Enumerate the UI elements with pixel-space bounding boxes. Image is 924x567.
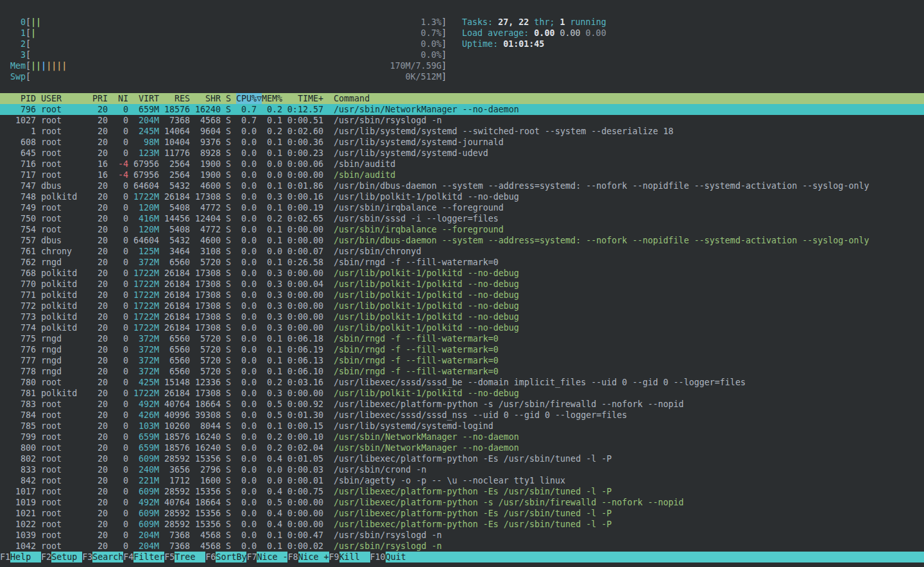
process-row-777[interactable]: 777rngd200372M65605720S0.0 0.10:06.13/sb… (0, 355, 924, 366)
column-header-pri[interactable]: PRI (92, 93, 108, 104)
process-row-778[interactable]: 778rngd200372M65605720S0.0 0.10:06.10/sb… (0, 366, 924, 377)
cell-virt: 659M (133, 432, 159, 442)
cell-command: /usr/libexec/platform-python -s /usr/sbi… (334, 399, 924, 410)
column-header-command[interactable]: Command (334, 93, 924, 104)
process-row-1042[interactable]: 1042root200204M73684568S0.0 0.10:00.02/u… (0, 541, 924, 552)
fnkey-f3[interactable]: F3Search (82, 552, 123, 563)
fnkey-action-f3: Search (92, 552, 123, 563)
cell-time: 0:00.00 (282, 519, 323, 530)
fnkey-f5[interactable]: F5Tree (164, 552, 205, 563)
fnkey-f2[interactable]: F2Setup (41, 552, 82, 563)
process-row-747[interactable]: 747dbus2006460454324600S0.0 0.10:01.86/u… (0, 180, 924, 191)
fnkey-f1[interactable]: F1Help (0, 552, 41, 563)
process-row-773[interactable]: 773polkitd2001722M2618417308S0.0 0.30:00… (0, 311, 924, 322)
process-row-842[interactable]: 842root200221M17121600S0.0 0.00:00.01/sb… (0, 475, 924, 486)
cell-pri: 20 (92, 115, 108, 126)
column-header-shr[interactable]: SHR (195, 93, 221, 104)
fnkey-f9[interactable]: F9Kill (329, 552, 370, 563)
column-header-virt[interactable]: VIRT (133, 93, 159, 104)
cell-user: root (41, 170, 87, 180)
cell-user: root (41, 224, 87, 235)
cell-command: /usr/libexec/sssd/sssd_be --domain impli… (334, 377, 924, 388)
cell-virt: 372M (133, 344, 159, 355)
process-row-775[interactable]: 775rngd200372M65605720S0.0 0.10:06.18/sb… (0, 333, 924, 344)
process-row-645[interactable]: 645root200123M117768928S0.0 0.10:00.23/u… (0, 148, 924, 159)
fnkey-f8[interactable]: F8Nice + (287, 552, 329, 563)
process-row-770[interactable]: 770polkitd2001722M2618417308S0.0 0.30:00… (0, 279, 924, 290)
cell-shr: 15356 (195, 453, 221, 464)
cell-mem: 0.5 (262, 410, 282, 421)
cell-command: /usr/libexec/platform-python -s /usr/sbi… (334, 497, 924, 508)
process-row-802[interactable]: 802root200609M2859215356S0.0 0.40:01.05/… (0, 453, 924, 464)
cell-pid: 785 (0, 421, 36, 432)
process-row-780[interactable]: 780root200425M1514812336S0.0 0.20:03.16/… (0, 377, 924, 388)
process-row-799[interactable]: 799root200659M1857616240S0.0 0.20:00.10/… (0, 432, 924, 442)
process-row-1019[interactable]: 1019root200492M4076418664S0.0 0.50:00.00… (0, 497, 924, 508)
process-row-608[interactable]: 608root20098M104049376S0.0 0.10:00.36/us… (0, 137, 924, 148)
cell-mem: 0.1 (262, 541, 282, 552)
column-header-res[interactable]: RES (164, 93, 190, 104)
process-row-1027[interactable]: 1027root200204M73684568S0.7 0.10:00.51/u… (0, 115, 924, 126)
column-header-s[interactable]: S (226, 93, 231, 104)
cell-command: /usr/bin/dbus-daemon --system --address=… (334, 235, 924, 246)
column-header-mem[interactable]: MEM% (262, 93, 282, 104)
cell-shr: 16240 (195, 104, 221, 115)
process-row-750[interactable]: 750root200416M1445612404S0.0 0.20:02.65/… (0, 213, 924, 224)
process-row-1021[interactable]: 1021root200609M2859215356S0.0 0.40:00.00… (0, 508, 924, 519)
column-header-user[interactable]: USER (41, 93, 87, 104)
cell-gap (257, 159, 262, 170)
load-average-line: Load average: 0.000.000.00 (462, 28, 606, 39)
process-row-762[interactable]: 762rngd200372M65605720S0.0 0.10:26.58/sb… (0, 257, 924, 268)
fnkey-action-f8: Nice + (298, 552, 329, 563)
cell-command: /sbin/rngd -f --fill-watermark=0 (334, 355, 924, 366)
cell-mem: 0.1 (262, 530, 282, 541)
process-row-785[interactable]: 785root200103M102608044S0.0 0.10:00.15/u… (0, 421, 924, 432)
cell-command: /sbin/agetty -o -p -- \u --noclear tty1 … (334, 475, 924, 486)
process-row-781[interactable]: 781polkitd2001722M2618417308S0.0 0.30:00… (0, 388, 924, 399)
process-row-833[interactable]: 833root200240M36562796S0.0 0.00:00.03/us… (0, 464, 924, 475)
fnkey-f10[interactable]: F10Quit (370, 552, 924, 563)
process-row-771[interactable]: 771polkitd2001722M2618417308S0.0 0.30:00… (0, 290, 924, 301)
cell-cpu: 0.0 (236, 180, 257, 191)
cell-shr: 1900 (195, 159, 221, 170)
cell-res: 26184 (164, 311, 190, 322)
process-row-1039[interactable]: 1039root200204M73684568S0.0 0.10:00.47/u… (0, 530, 924, 541)
process-row-774[interactable]: 774polkitd2001722M2618417308S0.0 0.30:00… (0, 322, 924, 333)
process-row-1017[interactable]: 1017root200609M2859215356S0.0 0.40:00.75… (0, 486, 924, 497)
process-row-717[interactable]: 717root16-46795625641900S0.0 0.00:00.00/… (0, 170, 924, 180)
fnkey-f4[interactable]: F4Filter (123, 552, 164, 563)
process-row-748[interactable]: 748polkitd2001722M2618417308S0.0 0.30:00… (0, 191, 924, 202)
cell-res: 14064 (164, 126, 190, 137)
memory-bar-yellow: | (46, 60, 51, 71)
process-row-783[interactable]: 783root200492M4076418664S0.0 0.50:00.92/… (0, 399, 924, 410)
process-row-772[interactable]: 772polkitd2001722M2618417308S0.0 0.30:00… (0, 301, 924, 311)
cell-shr: 5720 (195, 366, 221, 377)
process-row-1022[interactable]: 1022root200609M2859215356S0.0 0.40:00.00… (0, 519, 924, 530)
column-header-cpu[interactable]: CPU% (236, 93, 257, 104)
process-row-716[interactable]: 716root16-46795625641900S0.0 0.00:00.06/… (0, 159, 924, 170)
tasks-label: Tasks: (462, 17, 498, 28)
column-header-time[interactable]: TIME+ (282, 93, 323, 104)
cell-pid: 802 (0, 453, 36, 464)
column-header-pid[interactable]: PID (0, 93, 36, 104)
process-row-768[interactable]: 768polkitd2001722M2618417308S0.0 0.30:00… (0, 268, 924, 279)
cell-ni: 0 (113, 377, 128, 388)
cell-gap (257, 442, 262, 453)
cell-cpu: 0.0 (236, 497, 257, 508)
process-row-784[interactable]: 784root200426M4099639308S0.0 0.50:01.30/… (0, 410, 924, 421)
column-header-ni[interactable]: NI (113, 93, 128, 104)
fnkey-f6[interactable]: F6SortBy (205, 552, 246, 563)
process-row-761[interactable]: 761chrony200125M34643108S0.0 0.00:00.07/… (0, 246, 924, 257)
process-row-776[interactable]: 776rngd200372M65605720S0.0 0.10:06.19/sb… (0, 344, 924, 355)
cell-state: S (226, 279, 231, 290)
process-row-749[interactable]: 749root200120M54084772S0.0 0.10:00.19/us… (0, 202, 924, 213)
process-row-1[interactable]: 1root200245M140649604S0.0 0.20:02.60/usr… (0, 126, 924, 137)
cell-state: S (226, 421, 231, 432)
memory-bar-yellow: | (56, 60, 62, 71)
fnkey-f7[interactable]: F7Nice - (246, 552, 287, 563)
process-row-757[interactable]: 757dbus2006460454324600S0.0 0.10:00.00/u… (0, 235, 924, 246)
process-row-800[interactable]: 800root200659M1857616240S0.0 0.20:02.04/… (0, 442, 924, 453)
process-row-754[interactable]: 754root200120M54084772S0.0 0.10:00.00/us… (0, 224, 924, 235)
process-row-796[interactable]: 796root200659M1857616240S0.7 0.20:12.57/… (0, 104, 924, 115)
fnkey-label-f6: F6 (205, 552, 216, 563)
